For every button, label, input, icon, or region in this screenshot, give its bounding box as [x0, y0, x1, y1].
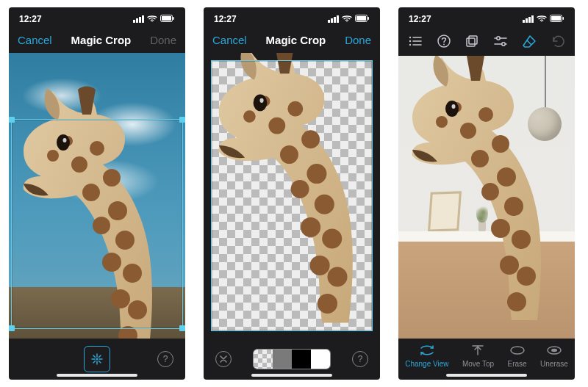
phone-screen-crop-result: 12:27 Cancel Magic Crop Done [204, 7, 380, 380]
tab-label: Move Top [462, 360, 494, 368]
swatch-white[interactable] [311, 350, 330, 369]
help-icon[interactable]: ? [157, 351, 173, 367]
undo-icon[interactable] [550, 33, 566, 49]
sliders-icon[interactable] [492, 33, 509, 49]
svg-point-53 [492, 135, 509, 153]
crop-handle-br[interactable] [179, 325, 185, 331]
svg-point-54 [471, 150, 489, 167]
status-bar: 12:27 [9, 12, 185, 26]
cancel-button[interactable]: Cancel [18, 34, 52, 46]
svg-point-24 [268, 117, 285, 134]
svg-rect-21 [356, 16, 366, 21]
phone-screen-composite: 12:27 [398, 7, 575, 380]
change-view-icon [419, 344, 435, 357]
status-right [523, 14, 564, 24]
svg-point-59 [512, 230, 531, 249]
svg-point-66 [452, 104, 456, 109]
swatch-black[interactable] [292, 350, 311, 369]
tab-erase[interactable]: Erase [507, 344, 526, 368]
battery-icon [550, 14, 564, 24]
svg-point-42 [409, 37, 411, 38]
signal-icon [328, 15, 339, 23]
nav-bar: Cancel Magic Crop Done [204, 26, 380, 53]
crop-handle-bl[interactable] [9, 325, 15, 331]
nav-bar: Cancel Magic Crop Done [9, 26, 185, 53]
svg-point-34 [318, 294, 337, 314]
layers-icon[interactable] [465, 33, 481, 49]
svg-point-60 [500, 256, 519, 275]
battery-icon [355, 14, 370, 24]
svg-point-58 [491, 219, 510, 238]
nav-title: Magic Crop [266, 34, 326, 46]
svg-point-35 [243, 110, 256, 123]
erase-icon [509, 344, 526, 357]
svg-point-52 [460, 123, 476, 139]
svg-point-51 [478, 107, 493, 122]
wifi-icon [537, 14, 547, 24]
svg-point-63 [436, 116, 448, 128]
svg-point-26 [280, 145, 298, 164]
status-right [328, 14, 370, 24]
top-toolbar [398, 26, 575, 56]
svg-point-46 [443, 44, 445, 46]
svg-point-56 [481, 183, 499, 200]
svg-point-37 [254, 94, 268, 111]
swatch-gray[interactable] [273, 350, 292, 369]
background-swatch-group [253, 349, 331, 369]
svg-point-57 [504, 197, 523, 216]
list-icon[interactable] [407, 33, 423, 49]
tab-unerase[interactable]: Unerase [540, 344, 568, 368]
composite-canvas[interactable] [398, 56, 575, 339]
svg-point-23 [287, 101, 303, 117]
svg-point-55 [497, 167, 516, 187]
svg-rect-41 [563, 17, 564, 20]
image-canvas[interactable] [9, 53, 185, 339]
wifi-icon [147, 14, 157, 24]
status-time: 12:27 [409, 14, 431, 24]
signal-icon [133, 15, 144, 23]
status-time: 12:27 [19, 14, 42, 24]
status-bar: 12:27 [204, 12, 380, 26]
svg-point-49 [497, 37, 500, 40]
signal-icon [523, 15, 534, 23]
close-icon[interactable] [215, 351, 232, 367]
svg-point-32 [310, 256, 330, 275]
svg-point-50 [502, 43, 505, 46]
wifi-icon [342, 14, 352, 24]
done-button[interactable]: Done [345, 34, 371, 46]
svg-point-29 [315, 195, 334, 214]
done-button: Done [150, 34, 176, 46]
image-canvas[interactable] [204, 53, 380, 339]
swatch-transparent[interactable] [254, 350, 273, 369]
tab-label: Erase [507, 360, 526, 368]
svg-point-65 [445, 101, 459, 117]
svg-point-61 [517, 267, 536, 286]
crop-selection-rect[interactable] [11, 119, 183, 329]
tab-change-view[interactable]: Change View [405, 344, 448, 368]
help-icon[interactable]: ? [352, 351, 368, 367]
composited-giraffe-layer[interactable] [398, 56, 575, 320]
status-time: 12:27 [214, 14, 237, 24]
move-top-icon [470, 344, 486, 357]
cancel-button[interactable]: Cancel [212, 34, 247, 46]
eraser-icon[interactable] [521, 33, 537, 49]
crop-handle-tl[interactable] [9, 117, 15, 123]
home-indicator [251, 374, 332, 377]
svg-rect-1 [162, 16, 171, 21]
svg-rect-47 [469, 36, 477, 44]
phone-screen-crop-select: 12:27 Cancel Magic Crop Done [9, 7, 185, 380]
crop-handle-tr[interactable] [179, 117, 185, 123]
status-bar: 12:27 [398, 12, 575, 26]
svg-point-27 [306, 164, 326, 184]
unerase-icon [546, 344, 562, 357]
tab-move-top[interactable]: Move Top [462, 344, 494, 368]
tab-label: Unerase [540, 360, 568, 368]
battery-icon [160, 14, 175, 24]
svg-point-43 [409, 40, 411, 42]
svg-point-31 [322, 228, 342, 248]
svg-point-19 [96, 358, 98, 361]
svg-point-62 [507, 292, 526, 311]
home-indicator [446, 374, 527, 377]
help-icon[interactable] [436, 33, 452, 49]
magic-crop-tool-icon[interactable] [84, 346, 110, 372]
